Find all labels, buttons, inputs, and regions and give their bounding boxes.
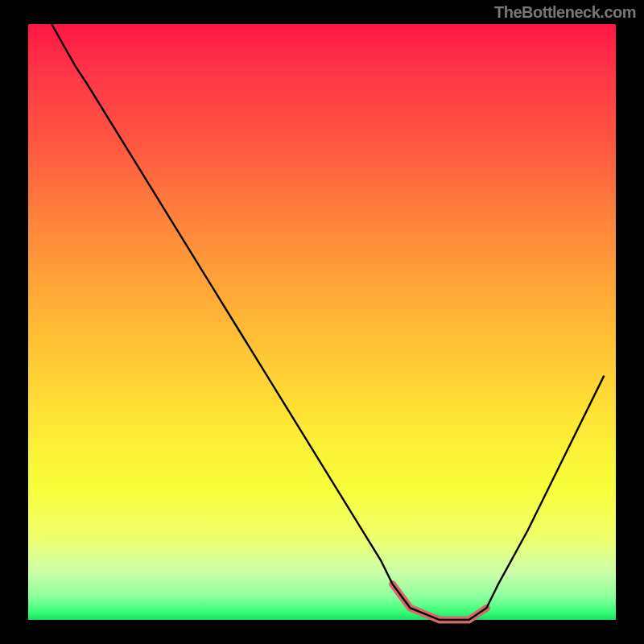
bottleneck-chart (0, 0, 644, 644)
watermark-text: TheBottleneck.com (494, 3, 636, 22)
chart-frame: TheBottleneck.com (0, 0, 644, 644)
